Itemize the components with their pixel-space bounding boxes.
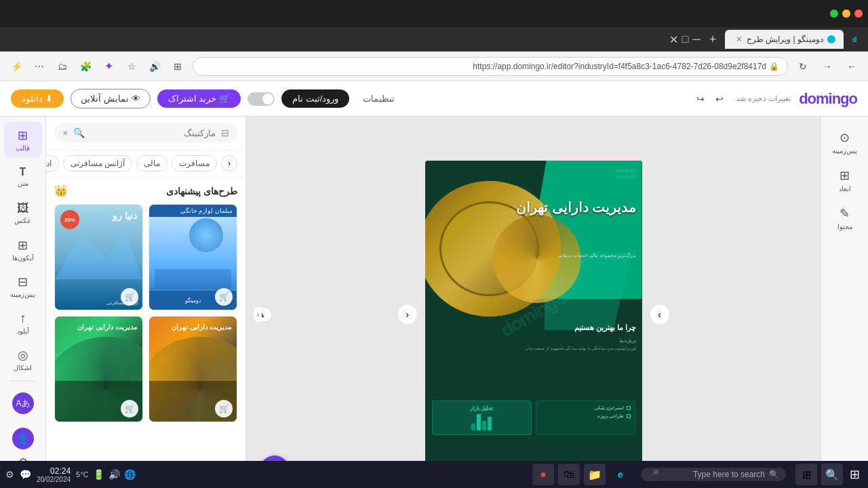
scroll-arrow-icon[interactable]: › [257,311,259,319]
maximize-icon[interactable]: □ [682,33,689,45]
buy-button[interactable]: 🛒 خرید اشتراک [157,89,241,108]
search-icon[interactable]: 🔍 [73,127,85,138]
cart-icon: 🛒 [219,94,230,104]
taskbar-mic-icon[interactable]: 🎤 [648,469,659,480]
taskbar-explorer-app[interactable]: 📁 [584,464,606,485]
search-input[interactable] [90,128,216,138]
background-panel-icon: ⊟ [18,274,28,289]
address-bar[interactable]: 🔒 https://app.domingo.ir/editor?industry… [193,57,788,76]
browser-chrome [0,0,868,27]
taskbar-search-input[interactable] [663,470,765,479]
save-status: تغییرات ذخیره شد [736,94,791,103]
category-prev-button[interactable]: ‹ [221,155,237,171]
taskbar-right: 🌐 🔊 🔋 5°C 02:24 20/02/2024 💬 ⚙ [5,466,136,483]
volume-icon[interactable]: 🔊 [108,469,120,480]
login-button[interactable]: ورود/ثبت نام [281,89,349,108]
panel-item-image[interactable]: 🖼 عکس [4,195,42,230]
window-close-btn[interactable] [854,9,863,18]
taskbar-search-app[interactable]: 🔍 [821,464,843,485]
browser-ext-icon[interactable]: 🧩 [76,57,95,76]
template-card-2[interactable]: 20% دنیا رو آژانس مسافرتی 🛒 [54,204,143,310]
notification-icon[interactable]: 💬 [20,469,31,480]
new-tab-button[interactable]: + [703,30,722,49]
panel-item-ai-translate[interactable]: Aあ [4,386,42,421]
active-tab[interactable]: دومینگو | ویرایش طرح ✕ [725,30,844,49]
template-use-btn-1[interactable]: 🛒 [215,288,233,306]
tmpl1-header: مبلمان لوازم خانگی [149,205,237,217]
taskbar-search-bar[interactable]: 🔍 🎤 [641,468,786,481]
window-close-icon[interactable]: ✕ [669,33,678,46]
app-container: domingo تغییرات ذخیره شد ↩ ↪ تنظیمات ورو… [0,81,868,488]
system-icons: 🌐 🔊 🔋 5°C [76,469,135,480]
panel-item-icons[interactable]: ⊞ آیکون‌ها [4,232,42,267]
taskbar-search-icon: 🔍 [769,470,779,479]
clock-widget[interactable]: 02:24 20/02/2024 [37,466,71,483]
buy-label: خرید اشتراک [168,94,217,104]
template-card-4[interactable]: مدیریت دارایی تهران 🛒 [54,316,143,422]
favorites-icon[interactable]: ☆ [122,57,141,76]
dark-mode-toggle[interactable] [248,92,275,106]
category-tab-finance[interactable]: مالی [136,155,167,171]
tmpl1-circle [189,218,223,252]
design-title[interactable]: مدیریت دارایی تهران [516,198,636,217]
template-use-btn-2[interactable]: 🛒 [121,288,138,306]
copilot-icon[interactable]: ✦ [99,57,118,76]
search-clear-icon[interactable]: ✕ [62,129,68,137]
category-tab-travel[interactable]: مسافرت [172,155,217,171]
read-aloud-icon[interactable]: 🔊 [145,57,164,76]
start-button[interactable]: ⊞ [847,464,863,485]
panel-item-text[interactable]: T متن [4,159,42,194]
refresh-button[interactable]: ↻ [793,57,812,76]
panel-item-shapes[interactable]: ◎ اشکال [4,342,42,377]
download-button[interactable]: ⬇ دانلود [11,89,64,108]
prev-design-button[interactable]: ‹ [398,305,417,324]
app-icon[interactable]: ⊞ [168,57,187,76]
background-panel-label: پس‌زمینه [10,291,35,298]
more-icon[interactable]: ⋯ [30,57,49,76]
page-scroll-indicator[interactable]: › [254,307,262,323]
template-footer-3: 🛒 [215,400,233,418]
category-tab-other[interactable]: ادی [46,155,59,171]
next-design-button[interactable]: › [650,305,669,324]
taskbar-task-view[interactable]: ⊞ [795,464,817,485]
window-minimize-btn[interactable] [842,9,850,18]
collections-icon[interactable]: 🗂 [53,57,72,76]
template-card-3[interactable]: مدیریت دارایی تهران 🛒 [149,316,237,422]
avatar-icon: 👤 [17,433,28,444]
panel-item-background[interactable]: ⊟ پس‌زمینه [4,268,42,304]
template-footer-4: 🛒 [121,400,138,418]
undo-redo-group: ↩ ↪ [692,91,728,107]
filter-icon[interactable]: ⊟ [221,127,229,138]
tool-background[interactable]: ⊙ پس‌زمینه [826,125,864,160]
window-maximize-btn[interactable] [830,9,838,18]
back-button[interactable]: ← [842,57,861,76]
search-bar[interactable]: ⊟ 🔍 ✕ [54,123,237,142]
user-avatar[interactable]: 👤 [12,428,34,449]
minimize-icon[interactable]: ─ [693,33,701,45]
panel-item-template[interactable]: ⊞ قالب [4,122,42,157]
tab-close-icon[interactable]: ✕ [736,35,743,44]
copilot-side-icon[interactable]: ⚡ [7,57,26,76]
taskbar-store-app[interactable]: 🛍 [558,464,580,485]
network-icon[interactable]: 🌐 [124,469,136,480]
settings-button[interactable]: تنظیمات [356,89,401,108]
canvas-area[interactable]: ▲ ‹ domingodomingo [246,117,821,488]
why-section-title: چرا ما بهترین هستیم [574,323,636,332]
redo-button[interactable]: ↪ [692,91,709,107]
design-card[interactable]: domingodomingo مدیریت دارایی تهران بزرگ‌… [425,161,642,469]
preview-button[interactable]: 👁 نمایش آنلاین [71,89,151,108]
template-use-btn-3[interactable]: 🛒 [215,400,233,418]
battery-icon[interactable]: 🔋 [93,469,104,480]
tool-content[interactable]: ✎ محتوا [826,201,864,236]
panel-item-upload[interactable]: ↑ آپلود [4,305,42,340]
tool-dimensions[interactable]: ⊞ ابعاد [826,163,864,198]
template-use-btn-4[interactable]: 🛒 [121,400,138,418]
settings-taskbar-icon[interactable]: ⚙ [5,469,14,480]
app-logo[interactable]: domingo [799,90,857,108]
undo-button[interactable]: ↩ [711,91,728,107]
forward-button[interactable]: → [818,57,837,76]
category-tab-agency[interactable]: آژانس مسافرتی [63,155,132,171]
taskbar-chrome-app[interactable]: ● [532,464,554,485]
taskbar-edge-app[interactable]: e [610,464,631,485]
template-card-1[interactable]: مبلمان لوازم خانگی دومینگو 🛒 [149,204,237,310]
